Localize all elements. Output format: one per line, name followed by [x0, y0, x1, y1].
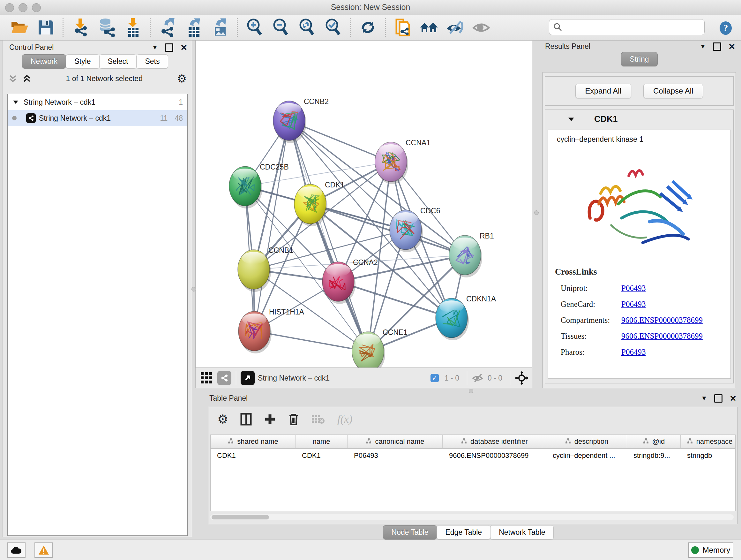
node-ccne1[interactable]: CCNE1: [352, 328, 408, 368]
panel-close-icon[interactable]: ✕: [728, 44, 735, 50]
warnings-button[interactable]: [35, 543, 53, 558]
network-collection-row[interactable]: String Network – cdk1 1: [8, 94, 187, 110]
panel-menu-icon[interactable]: ▼: [701, 395, 707, 402]
crosslink-link[interactable]: 9606.ENSP00000378699: [621, 316, 703, 324]
cell--id[interactable]: stringdb:9...: [627, 449, 681, 462]
tab-sets[interactable]: Sets: [136, 54, 168, 69]
node-hist1h1a[interactable]: HIST1H1A: [239, 308, 305, 354]
clear-table-icon[interactable]: [311, 414, 325, 425]
network-view-icon[interactable]: [217, 371, 231, 385]
column-header-shared-name[interactable]: shared name: [211, 435, 295, 448]
edge-ccnb2-ccne1[interactable]: [289, 121, 368, 352]
delete-column-icon[interactable]: [288, 413, 299, 426]
tab-network[interactable]: Network: [22, 54, 66, 69]
node-ccna1[interactable]: CCNA1: [375, 138, 430, 184]
tab-string[interactable]: String: [621, 52, 657, 66]
node-cdkn1a[interactable]: CDKN1A: [435, 295, 496, 340]
detach-view-icon[interactable]: [241, 371, 255, 385]
homes-icon[interactable]: [419, 17, 439, 37]
help-icon[interactable]: ?: [719, 21, 733, 37]
expand-all-button[interactable]: Expand All: [576, 84, 631, 98]
panel-menu-icon[interactable]: ▼: [151, 44, 158, 51]
import-network-file-icon[interactable]: [71, 17, 90, 37]
export-table-icon[interactable]: [184, 17, 204, 37]
node-cdc25b[interactable]: CDC25B: [229, 163, 289, 208]
tab-select[interactable]: Select: [99, 54, 137, 69]
left-splitter-handle[interactable]: [192, 287, 196, 292]
panel-float-icon[interactable]: [713, 43, 721, 51]
network-canvas[interactable]: CCNB2CCNA1CDC25BCDK1CDC6RB1CCNB1CCNA2CDK…: [195, 40, 532, 368]
show-all-icon[interactable]: [471, 17, 491, 37]
tab-node-table[interactable]: Node Table: [383, 525, 437, 540]
first-neighbors-icon[interactable]: [393, 17, 413, 37]
network-row[interactable]: String Network – cdk1 11 48: [8, 110, 187, 126]
memory-button[interactable]: Memory: [688, 543, 733, 558]
cell-canonical-name[interactable]: P06493: [347, 449, 443, 462]
node-rb1[interactable]: RB1: [449, 232, 494, 277]
collapse-all-button[interactable]: Collapse All: [643, 84, 703, 98]
collapse-caret-icon[interactable]: [12, 99, 19, 106]
node-ccnb1[interactable]: CCNB1: [238, 246, 293, 292]
cell-namespace[interactable]: stringdb: [681, 449, 736, 462]
column-header-description[interactable]: description: [546, 435, 627, 448]
hidden-eye-icon[interactable]: [472, 373, 484, 383]
panel-menu-icon[interactable]: ▼: [699, 43, 706, 50]
grid-view-icon[interactable]: [200, 371, 213, 385]
column-header-canonical-name[interactable]: canonical name: [347, 435, 443, 448]
cell-description[interactable]: cyclin–dependent ...: [546, 449, 627, 462]
zoom-fit-icon[interactable]: [297, 17, 317, 37]
hide-selected-icon[interactable]: [445, 17, 465, 37]
pan-crosshair-icon[interactable]: [515, 371, 529, 385]
right-splitter-handle[interactable]: [534, 210, 539, 215]
zoom-selected-icon[interactable]: [323, 17, 343, 37]
node-ccnb2[interactable]: CCNB2: [273, 98, 329, 143]
panel-close-icon[interactable]: ✕: [730, 395, 737, 401]
tab-edge-table[interactable]: Edge Table: [436, 525, 490, 540]
refresh-layout-icon[interactable]: [358, 17, 378, 37]
export-network-icon[interactable]: [158, 17, 178, 37]
hscrollbar-thumb[interactable]: [212, 515, 269, 519]
tab-style[interactable]: Style: [66, 54, 99, 69]
network-graph[interactable]: CCNB2CCNA1CDC25BCDK1CDC6RB1CCNB1CCNA2CDK…: [196, 41, 532, 368]
node-cdc6[interactable]: CDC6: [390, 206, 441, 252]
import-table-icon[interactable]: [123, 17, 143, 37]
columns-icon[interactable]: [240, 413, 252, 426]
panel-float-icon[interactable]: [714, 394, 723, 402]
crosslink-link[interactable]: P06493: [621, 348, 646, 356]
table-gear-icon[interactable]: ⚙: [217, 415, 228, 424]
zoom-in-icon[interactable]: [245, 17, 265, 37]
collapse-caret-icon[interactable]: [567, 116, 575, 123]
string-results-box: Expand All Collapse All CDK1 cyclin–depe…: [542, 72, 736, 388]
zoom-out-icon[interactable]: [271, 17, 291, 37]
panel-close-icon[interactable]: ✕: [180, 44, 187, 51]
crosslink-link[interactable]: P06493: [621, 284, 646, 293]
gear-icon[interactable]: ⚙: [177, 74, 187, 83]
crosslink-link[interactable]: 9606.ENSP00000378699: [621, 332, 703, 340]
panel-float-icon[interactable]: [165, 44, 173, 52]
export-image-icon[interactable]: [210, 17, 230, 37]
table-row[interactable]: CDK1CDK1P064939606.ENSP00000378699cyclin…: [211, 449, 735, 462]
open-folder-icon[interactable]: [10, 17, 29, 37]
column-header-namespace[interactable]: namespace: [681, 435, 736, 448]
column-header-database-identifier[interactable]: database identifier: [443, 435, 546, 448]
tab-network-table[interactable]: Network Table: [490, 525, 554, 540]
edge-cdk1-rb1[interactable]: [310, 204, 465, 255]
node-ccna2[interactable]: CCNA2: [322, 258, 378, 304]
column-header--id[interactable]: @id: [627, 435, 681, 448]
cell-database-identifier[interactable]: 9606.ENSP00000378699: [443, 449, 546, 462]
expand-tree-icon[interactable]: [8, 74, 17, 83]
node-cdk1[interactable]: CDK1: [294, 181, 344, 226]
cloud-button[interactable]: [7, 543, 25, 558]
function-builder-icon[interactable]: f(x): [337, 413, 352, 425]
add-column-icon[interactable]: [264, 413, 276, 425]
cell-shared-name[interactable]: CDK1: [211, 449, 295, 462]
cell-name[interactable]: CDK1: [295, 449, 347, 462]
crosslink-link[interactable]: P06493: [621, 300, 646, 308]
selected-checkbox-icon[interactable]: ✓: [430, 374, 439, 382]
import-network-database-icon[interactable]: [97, 17, 117, 37]
save-icon[interactable]: [36, 17, 56, 37]
collapse-tree-icon[interactable]: [22, 74, 31, 83]
search-input[interactable]: [562, 23, 698, 32]
column-header-name[interactable]: name: [295, 435, 347, 448]
table-hscrollbar[interactable]: [210, 514, 734, 520]
